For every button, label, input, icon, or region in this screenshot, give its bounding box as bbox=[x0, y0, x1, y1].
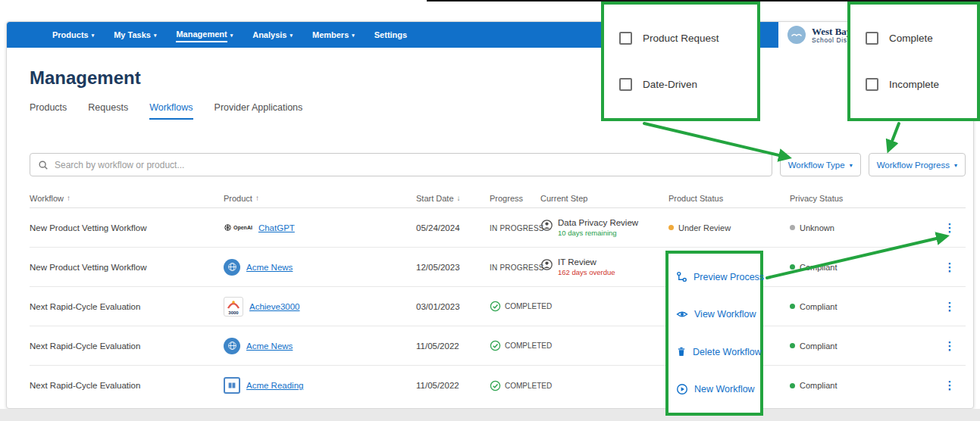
product-link[interactable]: Acme Reading bbox=[246, 381, 303, 390]
filter-option-complete[interactable]: Complete bbox=[866, 32, 962, 45]
workflows-table: Workflow↑ Product↑ Start Date↓ Progress … bbox=[30, 189, 966, 405]
nav-item-settings[interactable]: Settings bbox=[374, 29, 407, 42]
chevron-down-icon: ▾ bbox=[290, 33, 293, 39]
chevron-down-icon: ▾ bbox=[154, 33, 157, 39]
openai-logo-icon: OpenAI bbox=[224, 223, 252, 232]
workflow-name: Next Rapid-Cycle Evaluation bbox=[30, 302, 224, 311]
org-name: West Bay bbox=[812, 27, 852, 36]
district-logo-icon bbox=[787, 26, 806, 44]
column-header-product-status[interactable]: Product Status bbox=[668, 194, 790, 203]
workflow-name: Next Rapid-Cycle Evaluation bbox=[30, 341, 224, 351]
column-header-progress[interactable]: Progress bbox=[490, 194, 540, 203]
current-step-name: Data Privacy Review bbox=[558, 218, 638, 227]
column-header-product[interactable]: Product↑ bbox=[224, 194, 416, 203]
nav-item-analysis[interactable]: Analysis ▾ bbox=[252, 29, 293, 42]
menu-item-view-workflow[interactable]: View Workflow bbox=[668, 308, 760, 320]
screenshot-top-border bbox=[427, 0, 980, 2]
assignee-icon bbox=[540, 258, 553, 271]
filter-option-product-request[interactable]: Product Request bbox=[619, 32, 742, 45]
check-circle-icon bbox=[490, 301, 501, 312]
tab-bar: Products Requests Workflows Provider App… bbox=[30, 102, 966, 120]
checkbox[interactable] bbox=[619, 78, 632, 91]
progress-status: IN PROGRESS bbox=[490, 264, 544, 272]
achieve3000-logo-icon: 3000 bbox=[224, 297, 243, 317]
start-date: 03/01/2023 bbox=[416, 302, 490, 311]
row-actions-menu-button[interactable]: ⋮ bbox=[944, 300, 956, 313]
workflow-name: New Product Vetting Workflow bbox=[30, 263, 224, 272]
start-date: 11/05/2022 bbox=[416, 381, 490, 390]
menu-item-delete-workflow[interactable]: Delete Workflow bbox=[668, 346, 760, 357]
toolbar: Workflow Type ▾ Workflow Progress ▾ bbox=[30, 153, 966, 176]
chevron-down-icon: ▾ bbox=[850, 162, 853, 169]
column-header-workflow[interactable]: Workflow↑ bbox=[30, 194, 224, 203]
column-header-privacy-status[interactable]: Privacy Status bbox=[790, 194, 934, 203]
search-icon bbox=[38, 160, 49, 170]
progress-status: IN PROGRESS bbox=[490, 224, 544, 232]
top-navbar: Products ▾ My Tasks ▾ Management ▾ Analy… bbox=[7, 22, 973, 48]
achieve3000-wordmark: 3000 bbox=[224, 310, 243, 315]
table-row[interactable]: Next Rapid-Cycle Evaluation Acme News 11… bbox=[30, 326, 966, 366]
play-icon bbox=[676, 383, 688, 395]
workflow-type-options-callout: Product Request Date-Driven bbox=[601, 2, 760, 121]
nav-item-members[interactable]: Members ▾ bbox=[312, 29, 355, 42]
workflow-type-dropdown[interactable]: Workflow Type ▾ bbox=[780, 153, 861, 176]
table-row[interactable]: New Product Vetting Workflow Acme News 1… bbox=[30, 248, 966, 287]
process-icon bbox=[676, 271, 687, 282]
table-row[interactable]: Next Rapid-Cycle Evaluation Acme Reading… bbox=[30, 366, 966, 405]
privacy-status: Unknown bbox=[800, 223, 834, 232]
sort-asc-icon: ↑ bbox=[67, 194, 70, 202]
product-link[interactable]: Achieve3000 bbox=[249, 302, 300, 311]
check-circle-icon bbox=[490, 340, 501, 351]
assignee-icon bbox=[540, 219, 553, 232]
status-dot bbox=[790, 343, 795, 348]
openai-wordmark: OpenAI bbox=[233, 225, 252, 230]
row-actions-menu-button[interactable]: ⋮ bbox=[944, 260, 956, 274]
table-row[interactable]: New Product Vetting Workflow OpenAI Chat… bbox=[30, 208, 966, 248]
row-actions-menu-callout: Preview Process View Workflow Delete Wor… bbox=[665, 251, 763, 416]
check-circle-icon bbox=[490, 380, 501, 391]
table-row[interactable]: Next Rapid-Cycle Evaluation 3000 Achieve… bbox=[30, 287, 966, 326]
checkbox[interactable] bbox=[866, 78, 878, 91]
row-actions-menu-button[interactable]: ⋮ bbox=[944, 379, 956, 392]
status-dot bbox=[790, 383, 795, 388]
product-link[interactable]: Acme News bbox=[246, 263, 293, 272]
tab-requests[interactable]: Requests bbox=[88, 102, 128, 120]
due-note: 162 days overdue bbox=[558, 268, 615, 276]
acme-news-logo-icon bbox=[224, 338, 240, 354]
table-header: Workflow↑ Product↑ Start Date↓ Progress … bbox=[30, 189, 966, 208]
workflow-progress-dropdown[interactable]: Workflow Progress ▾ bbox=[869, 153, 966, 176]
menu-item-preview-process[interactable]: Preview Process bbox=[668, 271, 760, 282]
search-box[interactable] bbox=[30, 153, 772, 176]
status-dot bbox=[668, 225, 674, 230]
row-actions-menu-button[interactable]: ⋮ bbox=[944, 221, 956, 235]
tab-products[interactable]: Products bbox=[30, 102, 67, 120]
page-footer-strip bbox=[0, 409, 980, 421]
start-date: 12/05/2023 bbox=[416, 263, 490, 272]
tab-workflows[interactable]: Workflows bbox=[149, 102, 193, 120]
menu-item-new-workflow[interactable]: New Workflow bbox=[668, 383, 760, 395]
acme-reading-logo-icon bbox=[224, 377, 240, 394]
search-input[interactable] bbox=[55, 160, 764, 170]
checkbox[interactable] bbox=[866, 32, 878, 45]
row-actions-menu-button[interactable]: ⋮ bbox=[944, 339, 956, 353]
nav-item-products[interactable]: Products ▾ bbox=[52, 29, 94, 42]
due-note: 10 days remaining bbox=[558, 229, 638, 237]
column-header-start-date[interactable]: Start Date↓ bbox=[416, 194, 490, 203]
chevron-down-icon: ▾ bbox=[230, 33, 233, 39]
workflow-name: Next Rapid-Cycle Evaluation bbox=[30, 381, 224, 390]
page-title: Management bbox=[30, 67, 966, 89]
trash-icon bbox=[676, 346, 687, 357]
privacy-status: Compliant bbox=[800, 302, 838, 311]
filter-option-date-driven[interactable]: Date-Driven bbox=[619, 78, 742, 91]
product-link[interactable]: Acme News bbox=[246, 341, 293, 351]
nav-item-management[interactable]: Management ▾ bbox=[176, 28, 233, 42]
sort-asc-icon: ↑ bbox=[255, 194, 259, 202]
filter-option-incomplete[interactable]: Incomplete bbox=[866, 78, 962, 91]
product-status: Under Review bbox=[678, 223, 731, 232]
nav-item-my-tasks[interactable]: My Tasks ▾ bbox=[114, 29, 156, 42]
tab-provider-applications[interactable]: Provider Applications bbox=[214, 102, 303, 120]
column-header-current-step[interactable]: Current Step bbox=[540, 194, 668, 203]
org-subname: School Distr bbox=[812, 36, 852, 44]
product-link[interactable]: ChatGPT bbox=[258, 223, 295, 232]
checkbox[interactable] bbox=[619, 32, 632, 45]
